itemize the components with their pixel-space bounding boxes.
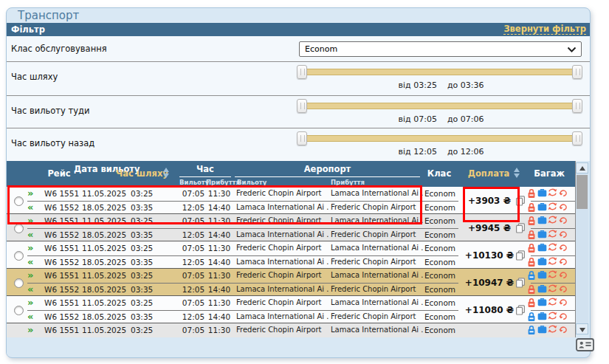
slider-handle-right[interactable]	[572, 131, 582, 145]
suitcase-icon[interactable]	[537, 270, 547, 281]
pair-inner-separator	[27, 283, 458, 284]
return-icon[interactable]	[559, 230, 568, 241]
scroll-down-button[interactable]	[576, 323, 588, 334]
exchange-icon[interactable]	[548, 270, 557, 281]
exchange-icon[interactable]	[548, 257, 557, 267]
hand-luggage-icon[interactable]	[527, 270, 537, 281]
pair-inner-separator	[27, 201, 458, 202]
departure-there-filter-row: Час вильоту туди від 07:05до 07:06	[7, 96, 590, 128]
suitcase-icon[interactable]	[537, 325, 547, 335]
flight-number: W6 1552	[44, 255, 85, 269]
travel-time: 03:35	[131, 228, 163, 242]
travel-time: 03:25	[131, 241, 163, 255]
suitcase-icon[interactable]	[537, 284, 547, 295]
subheader-airport-departure: Вильоту	[237, 179, 266, 186]
departure-airport: Lamaca International Ai .	[236, 310, 330, 324]
column-header-travel-time-sortable[interactable]: Час шляху	[116, 161, 160, 187]
hand-luggage-icon[interactable]	[527, 216, 537, 226]
direction-outbound-icon: »	[27, 241, 44, 255]
return-icon[interactable]	[559, 326, 568, 336]
departure-airport: Frederic Chopin Airport	[236, 187, 330, 201]
exchange-icon[interactable]	[548, 202, 557, 213]
slider-handle-left[interactable]	[297, 65, 307, 79]
exchange-icon[interactable]	[548, 325, 557, 335]
hand-luggage-icon[interactable]	[527, 284, 537, 295]
suitcase-icon[interactable]	[537, 230, 547, 240]
hand-luggage-icon[interactable]	[527, 257, 537, 267]
suitcase-icon[interactable]	[537, 298, 547, 308]
hand-luggage-icon[interactable]	[527, 230, 537, 240]
hand-luggage-icon[interactable]	[527, 312, 537, 322]
travel-time: 03:35	[131, 255, 163, 269]
column-group-airport: Аеропорт	[235, 162, 420, 176]
hand-luggage-icon[interactable]	[527, 325, 537, 335]
exchange-icon[interactable]	[548, 216, 557, 226]
sort-arrows-icon[interactable]	[163, 168, 170, 178]
copy-icon[interactable]	[515, 223, 526, 233]
return-icon[interactable]	[559, 312, 568, 323]
return-icon[interactable]	[559, 203, 568, 213]
suitcase-icon[interactable]	[537, 216, 547, 226]
service-class: Econom	[417, 296, 463, 310]
collapse-filter-link[interactable]: Звернути фільтр	[503, 24, 586, 35]
hand-luggage-icon[interactable]	[527, 298, 537, 308]
return-icon[interactable]	[559, 244, 568, 254]
pair-inner-separator	[531, 283, 575, 284]
slider-track[interactable]	[300, 103, 582, 109]
range-from: від 03:25	[399, 80, 437, 90]
service-class-select[interactable]: Econom	[299, 41, 582, 57]
exchange-icon[interactable]	[548, 230, 557, 240]
return-icon[interactable]	[559, 298, 568, 309]
direction-return-icon: «	[27, 201, 44, 215]
service-class: Econom	[417, 228, 463, 242]
copy-icon[interactable]	[515, 250, 526, 261]
exchange-icon[interactable]	[548, 243, 557, 253]
service-class: Econom	[417, 269, 463, 283]
return-icon[interactable]	[559, 216, 568, 227]
return-icon[interactable]	[559, 285, 568, 295]
scroll-up-button[interactable]	[576, 162, 588, 174]
range-from: від 12:05	[399, 147, 437, 157]
contact-card-icon[interactable]	[576, 338, 594, 351]
scrollbar-thumb[interactable]	[577, 175, 588, 209]
copy-icon[interactable]	[515, 305, 526, 315]
table-scrollbar[interactable]	[576, 162, 588, 334]
exchange-icon[interactable]	[548, 312, 557, 322]
slider-track[interactable]	[300, 69, 582, 75]
column-header-surcharge-sortable[interactable]: Доплата	[464, 161, 513, 187]
arrival-time: 11:30	[203, 269, 235, 283]
copy-icon[interactable]	[515, 278, 526, 288]
suitcase-icon[interactable]	[537, 243, 547, 253]
return-icon[interactable]	[559, 271, 568, 281]
exchange-icon[interactable]	[548, 284, 557, 295]
hand-luggage-icon[interactable]	[527, 202, 537, 213]
slider-handle-left[interactable]	[297, 131, 307, 145]
exchange-icon[interactable]	[548, 188, 557, 199]
suitcase-icon[interactable]	[537, 202, 547, 213]
return-icon[interactable]	[559, 258, 568, 268]
pair-inner-separator	[27, 228, 458, 229]
service-class: Econom	[417, 201, 463, 215]
departure-airport: Frederic Chopin Airport	[236, 241, 330, 255]
slider-handle-right[interactable]	[572, 65, 582, 79]
departure-date: 11.05.2025	[82, 241, 129, 255]
suitcase-icon[interactable]	[537, 257, 547, 267]
slider-handle-right[interactable]	[572, 99, 582, 113]
departure-date: 11.05.2025	[82, 214, 129, 228]
suitcase-icon[interactable]	[537, 188, 547, 199]
slider-handle-left[interactable]	[297, 99, 307, 113]
flight-number: W6 1551	[44, 323, 85, 337]
pair-inner-separator	[531, 310, 575, 311]
subheader-time-departure: Вильоту	[179, 179, 207, 186]
slider-track[interactable]	[300, 135, 582, 142]
hand-luggage-icon[interactable]	[527, 188, 537, 199]
departure-date: 18.05.2025	[82, 310, 129, 324]
return-icon[interactable]	[559, 189, 568, 199]
sort-arrows-icon[interactable]	[514, 168, 520, 178]
copy-icon[interactable]	[515, 196, 526, 206]
pair-inner-separator	[531, 228, 575, 229]
service-class-value: Econom	[305, 42, 337, 56]
exchange-icon[interactable]	[548, 298, 557, 308]
hand-luggage-icon[interactable]	[527, 243, 537, 253]
suitcase-icon[interactable]	[537, 312, 547, 322]
